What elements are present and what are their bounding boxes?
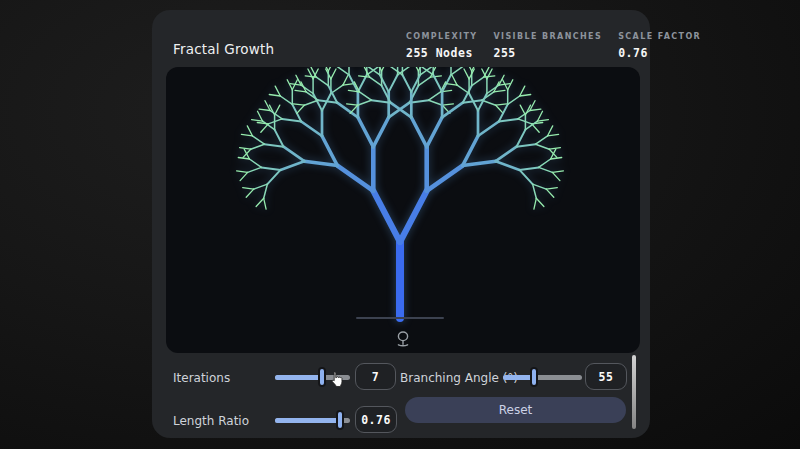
stat-scale-factor: SCALE FACTOR 0.76 — [618, 32, 701, 60]
length-ratio-value-box[interactable]: 0.76 — [355, 406, 397, 433]
stat-visible-branches: VISIBLE BRANCHES 255 — [493, 32, 602, 60]
branching-angle-label: Branching Angle (°) — [400, 371, 518, 385]
fractal-growth-panel: Fractal Growth COMPLEXITY 255 Nodes VISI… — [152, 10, 650, 438]
stat-visible-branches-label: VISIBLE BRANCHES — [493, 32, 602, 41]
fractal-canvas[interactable] — [166, 67, 640, 353]
length-ratio-slider[interactable] — [275, 409, 350, 431]
branching-angle-slider[interactable] — [503, 366, 582, 388]
canvas-overlay — [166, 67, 640, 353]
stat-scale-factor-value: 0.76 — [618, 46, 701, 60]
iterations-slider-thumb[interactable] — [318, 367, 326, 387]
stat-visible-branches-value: 255 — [493, 46, 602, 60]
vertical-scrollbar-thumb[interactable] — [632, 355, 636, 429]
stat-scale-factor-label: SCALE FACTOR — [618, 32, 701, 41]
app-background: { "header": { "title": "Fractal Growth",… — [0, 0, 800, 449]
hand-cursor-icon — [329, 371, 344, 388]
iterations-label: Iterations — [173, 371, 230, 385]
branching-angle-slider-thumb[interactable] — [530, 367, 538, 387]
iterations-value-box[interactable]: 7 — [355, 363, 396, 390]
page-title: Fractal Growth — [173, 41, 274, 57]
stat-complexity-value: 255 Nodes — [406, 46, 477, 60]
stat-complexity-label: COMPLEXITY — [406, 32, 477, 41]
reset-button[interactable]: Reset — [405, 397, 626, 423]
stats-bar: COMPLEXITY 255 Nodes VISIBLE BRANCHES 25… — [406, 32, 701, 60]
tree-icon — [398, 332, 407, 346]
stat-complexity: COMPLEXITY 255 Nodes — [406, 32, 477, 60]
branching-angle-value-box[interactable]: 55 — [585, 363, 627, 390]
length-ratio-label: Length Ratio — [173, 414, 249, 428]
length-ratio-slider-thumb[interactable] — [336, 410, 344, 430]
iterations-slider-fill — [275, 375, 323, 380]
length-ratio-slider-fill — [275, 418, 341, 423]
